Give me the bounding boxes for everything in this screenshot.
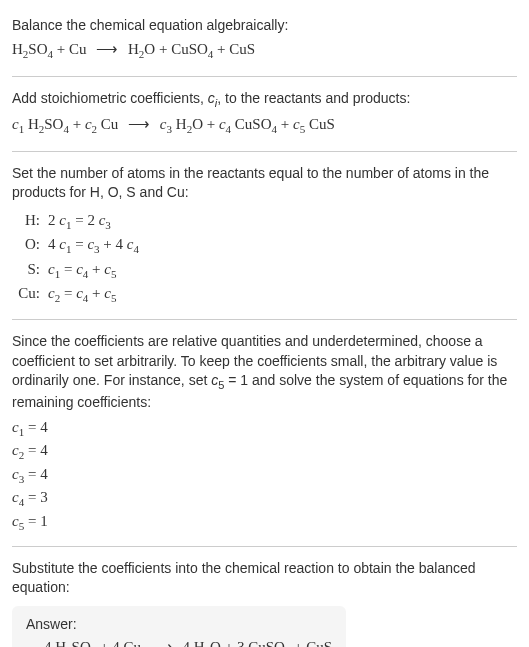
coeff-value: c4 = 3 (12, 487, 517, 510)
prompt-text: Set the number of atoms in the reactants… (12, 164, 517, 203)
prompt-text: Since the coefficients are relative quan… (12, 332, 517, 413)
atom-row: S: c1 = c4 + c5 (12, 258, 517, 283)
atom-equation: c2 = c4 + c5 (48, 282, 116, 307)
section-answer: Substitute the coefficients into the che… (12, 551, 517, 647)
unbalanced-equation: H2SO4 + Cu ⟶ H2O + CuSO4 + CuS (12, 40, 517, 60)
divider (12, 151, 517, 152)
atom-label: O: (12, 233, 40, 258)
atom-equation: 2 c1 = 2 c3 (48, 209, 111, 234)
atom-equation: c1 = c4 + c5 (48, 258, 116, 283)
divider (12, 546, 517, 547)
answer-box: Answer: 4 H2SO4 + 4 Cu ⟶ 4 H2O + 3 CuSO4… (12, 606, 346, 647)
coefficient-equation: c1 H2SO4 + c2 Cu ⟶ c3 H2O + c4 CuSO4 + c… (12, 115, 517, 135)
divider (12, 319, 517, 320)
atom-label: S: (12, 258, 40, 283)
atom-row: H: 2 c1 = 2 c3 (12, 209, 517, 234)
atom-row: O: 4 c1 = c3 + 4 c4 (12, 233, 517, 258)
atom-label: Cu: (12, 282, 40, 307)
balanced-equation: 4 H2SO4 + 4 Cu ⟶ 4 H2O + 3 CuSO4 + CuS (26, 638, 332, 647)
prompt-text: Balance the chemical equation algebraica… (12, 16, 517, 36)
coefficient-values: c1 = 4 c2 = 4 c3 = 4 c4 = 3 c5 = 1 (12, 417, 517, 534)
prompt-text: Add stoichiometric coefficients, ci, to … (12, 89, 517, 111)
divider (12, 76, 517, 77)
prompt-text: Substitute the coefficients into the che… (12, 559, 517, 598)
answer-label: Answer: (26, 616, 332, 632)
atom-label: H: (12, 209, 40, 234)
coeff-value: c3 = 4 (12, 464, 517, 487)
section-solve: Since the coefficients are relative quan… (12, 324, 517, 542)
coeff-value: c2 = 4 (12, 440, 517, 463)
atom-row: Cu: c2 = c4 + c5 (12, 282, 517, 307)
coeff-value: c5 = 1 (12, 511, 517, 534)
atom-equation: 4 c1 = c3 + 4 c4 (48, 233, 139, 258)
section-stoichiometric: Add stoichiometric coefficients, ci, to … (12, 81, 517, 147)
atom-equations-table: H: 2 c1 = 2 c3 O: 4 c1 = c3 + 4 c4 S: c1… (12, 209, 517, 307)
coeff-value: c1 = 4 (12, 417, 517, 440)
section-atom-equations: Set the number of atoms in the reactants… (12, 156, 517, 315)
section-balance-prompt: Balance the chemical equation algebraica… (12, 8, 517, 72)
